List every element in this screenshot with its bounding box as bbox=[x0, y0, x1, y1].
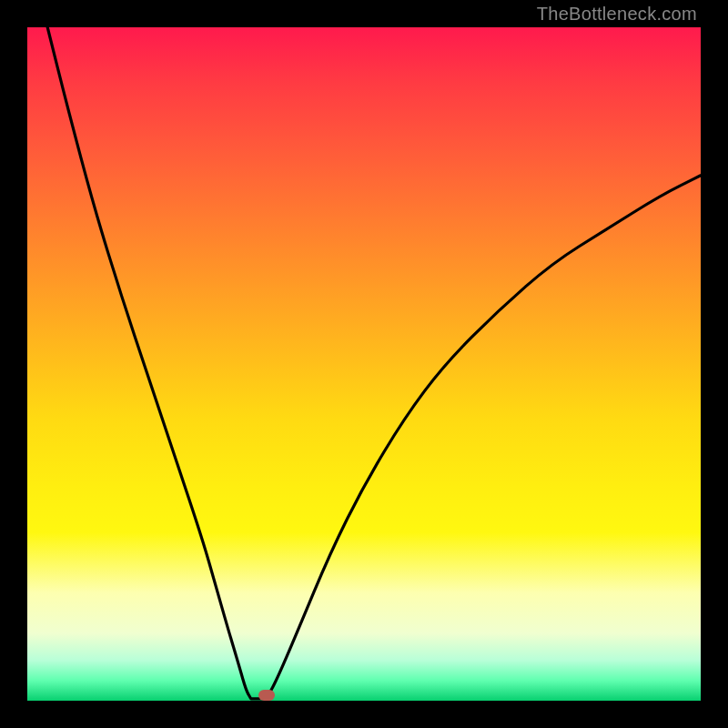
chart-container: TheBottleneck.com bbox=[0, 0, 728, 728]
bottleneck-curve bbox=[47, 27, 701, 699]
watermark-text: TheBottleneck.com bbox=[537, 4, 697, 25]
curve-svg bbox=[27, 27, 701, 701]
optimal-point-marker bbox=[258, 690, 275, 701]
plot-area bbox=[27, 27, 701, 701]
